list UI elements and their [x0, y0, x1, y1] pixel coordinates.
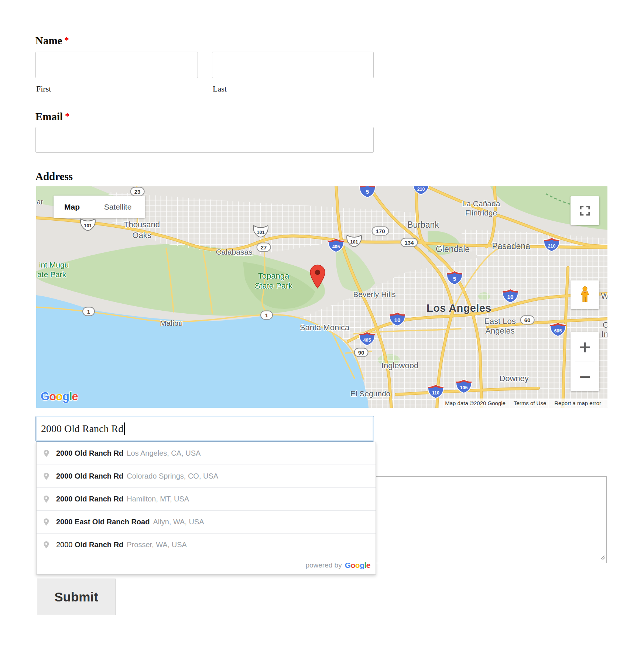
email-input[interactable]: [35, 127, 374, 153]
first-sublabel: First: [36, 84, 51, 94]
svg-text:5: 5: [366, 189, 369, 195]
us-shield-101: 101: [252, 224, 269, 238]
pill-shield-1: 1: [260, 311, 273, 320]
map-label: C: [603, 320, 607, 330]
interstate-shield-105: 105: [455, 379, 472, 394]
map-label: El Segundo: [350, 389, 391, 398]
autocomplete-item[interactable]: 2000 Old Ranch RdHamilton, MT, USA: [37, 487, 376, 510]
map-label: Inglewood: [381, 361, 418, 370]
last-name-input[interactable]: [212, 52, 374, 78]
map-label: Topanga: [258, 271, 289, 281]
address-input[interactable]: 2000 Old Ranch Rd: [35, 416, 374, 442]
map-label: East Los: [484, 317, 516, 326]
svg-text:605: 605: [554, 328, 562, 334]
interstate-shield-5: 5: [446, 270, 463, 285]
first-name-input[interactable]: [35, 52, 198, 78]
interstate-shield-210: 210: [543, 237, 560, 252]
address-input-value: 2000 Old Ranch Rd: [41, 423, 123, 435]
text-caret: [124, 422, 125, 435]
interstate-shield-405: 405: [328, 238, 345, 253]
zoom-out-button[interactable]: −: [571, 362, 599, 391]
autocomplete-item[interactable]: 2000 Old Ranch RdColorado Springs, CO, U…: [37, 465, 376, 487]
map-pin-icon: [309, 262, 326, 293]
page: { "form": { "name_label": "Name", "email…: [0, 0, 644, 652]
map-label: ate Park: [37, 270, 66, 279]
google-wordmark: Google: [345, 561, 370, 570]
interstate-shield-10: 10: [389, 312, 406, 327]
terms-of-use-link[interactable]: Terms of Use: [510, 400, 550, 406]
map-label: Angeles: [485, 326, 515, 336]
interstate-shield-210: 210: [412, 186, 429, 195]
pill-shield-60: 60: [520, 315, 535, 325]
interstate-shield-110: 110: [427, 384, 444, 399]
map-label: ar: [37, 197, 44, 206]
resize-handle-icon[interactable]: [600, 555, 606, 562]
autocomplete-item[interactable]: 2000 Old Ranch RdProsser, WA, USA: [37, 533, 376, 556]
map-data-text: Map data ©2020 Google: [441, 400, 510, 406]
autocomplete-item[interactable]: 2000 East Old Ranch RoadAllyn, WA, USA: [37, 510, 376, 533]
map-label: In: [602, 330, 607, 339]
fullscreen-button[interactable]: [571, 196, 599, 225]
map-label: int Mugu: [39, 261, 69, 269]
svg-text:405: 405: [363, 338, 371, 343]
location-pin-icon: [42, 448, 50, 459]
map-label: Glendale: [436, 244, 470, 254]
interstate-shield-605: 605: [549, 322, 566, 337]
satellite-view-button[interactable]: Satellite: [90, 196, 145, 218]
autocomplete-item[interactable]: 2000 Old Ranch RdLos Angeles, CA, USA: [37, 442, 376, 465]
map-label: Beverly Hills: [353, 290, 396, 299]
google-map[interactable]: arThousandOaksCalabasasint Muguate ParkT…: [36, 186, 607, 408]
map-label: Pasadena: [492, 241, 530, 251]
svg-text:5: 5: [453, 276, 456, 282]
location-pin-icon: [42, 471, 50, 482]
map-label: State Park: [255, 281, 293, 291]
map-label: Downey: [499, 374, 528, 383]
google-logo[interactable]: Google: [41, 390, 78, 403]
interstate-shield-405: 405: [359, 331, 376, 346]
pegman-button[interactable]: [571, 280, 599, 309]
interstate-shield-5: 5: [359, 186, 376, 198]
us-shield-101: 101: [346, 234, 363, 248]
svg-text:210: 210: [417, 187, 425, 192]
map-label: Los Angeles: [427, 302, 491, 314]
map-label: Thousand: [124, 220, 160, 230]
us-shield-101: 101: [79, 218, 96, 232]
submit-button[interactable]: Submit: [37, 579, 116, 615]
map-label: Santa Monica: [300, 323, 350, 332]
required-asterisk: *: [65, 111, 69, 121]
map-attribution: Map data ©2020 Google Terms of Use Repor…: [439, 399, 607, 408]
svg-text:101: 101: [257, 230, 264, 235]
map-label: Malibu: [160, 319, 183, 328]
svg-text:10: 10: [394, 317, 401, 323]
svg-text:101: 101: [84, 223, 92, 228]
autocomplete-dropdown: 2000 Old Ranch RdLos Angeles, CA, USA200…: [36, 442, 376, 575]
svg-text:10: 10: [507, 294, 514, 300]
email-label: Email*: [35, 111, 69, 123]
zoom-control: + −: [571, 332, 599, 391]
map-label: Calabasas: [216, 248, 252, 256]
svg-text:210: 210: [548, 244, 556, 249]
name-label: Name*: [35, 35, 69, 47]
last-sublabel: Last: [213, 84, 227, 94]
fullscreen-icon: [579, 205, 590, 216]
pill-shield-134: 134: [400, 238, 418, 247]
pegman-icon: [577, 285, 593, 304]
required-asterisk: *: [64, 35, 69, 45]
pill-shield-27: 27: [257, 243, 271, 252]
autocomplete-list: 2000 Old Ranch RdLos Angeles, CA, USA200…: [37, 442, 376, 556]
svg-text:101: 101: [350, 239, 358, 245]
powered-by-google: powered by Google: [37, 556, 376, 574]
map-label: La Cañada: [462, 199, 500, 208]
pill-shield-1: 1: [82, 307, 95, 316]
map-view-button[interactable]: Map: [54, 196, 90, 218]
map-type-control: Map Satellite: [54, 196, 145, 218]
pill-shield-90: 90: [354, 348, 369, 357]
svg-text:105: 105: [460, 385, 468, 390]
svg-text:405: 405: [332, 244, 340, 249]
pill-shield-23: 23: [130, 187, 145, 196]
address-label: Address: [35, 170, 73, 183]
map-label: W: [601, 291, 607, 301]
report-map-error-link[interactable]: Report a map error: [550, 400, 605, 406]
pill-shield-170: 170: [371, 227, 389, 236]
zoom-in-button[interactable]: +: [571, 332, 599, 362]
